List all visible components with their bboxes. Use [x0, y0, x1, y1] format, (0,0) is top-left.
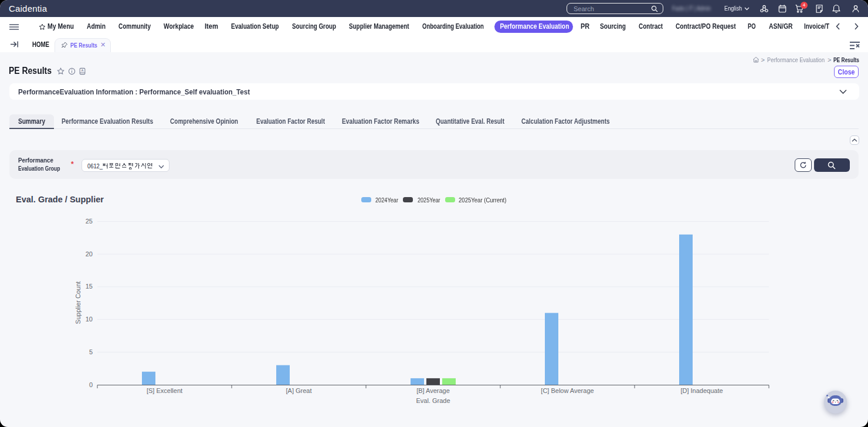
svg-text:[D] Inadequate: [D] Inadequate	[680, 387, 723, 394]
svg-text:20: 20	[86, 250, 93, 257]
svg-text:[B] Average: [B] Average	[416, 387, 450, 394]
svg-text:[S] Excellent: [S] Excellent	[147, 387, 182, 394]
svg-text:A: A	[81, 69, 83, 72]
svg-text:15: 15	[86, 283, 93, 290]
svg-text:[A] Great: [A] Great	[286, 387, 311, 394]
svg-text:[C] Below Average: [C] Below Average	[541, 387, 594, 394]
svg-text:5: 5	[89, 348, 93, 355]
svg-text:25: 25	[86, 218, 93, 225]
svg-text:10: 10	[86, 316, 93, 323]
svg-text:0: 0	[89, 381, 93, 388]
svg-text:Eval. Grade: Eval. Grade	[416, 397, 450, 404]
svg-text:Supplier Count: Supplier Count	[74, 282, 82, 324]
svg-text:0612_: 0612_	[87, 162, 103, 170]
